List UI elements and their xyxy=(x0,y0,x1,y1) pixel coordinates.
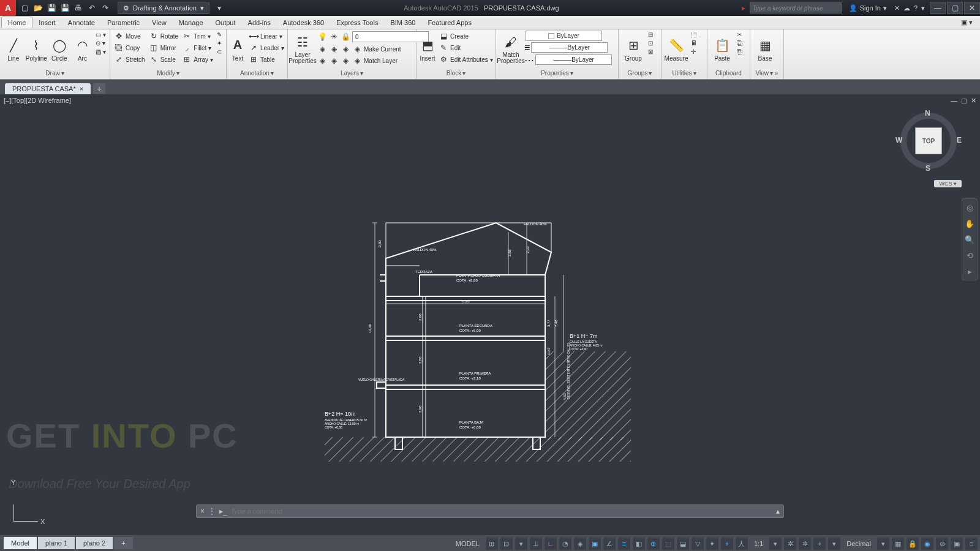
rotate-button[interactable]: ↻Rotate xyxy=(148,31,179,42)
linetype-dropdown[interactable]: ——— ByLayer xyxy=(535,54,612,65)
zoom-icon[interactable]: 🔍 xyxy=(963,233,976,246)
saveas-icon[interactable]: 💾 xyxy=(59,2,71,14)
text-button[interactable]: AText xyxy=(229,31,246,67)
matchprops-button[interactable]: 🖌Match Properties xyxy=(499,31,523,67)
viewport-label[interactable]: [–][Top][2D Wireframe] xyxy=(4,97,71,104)
tab-home[interactable]: Home xyxy=(1,17,32,28)
calc-icon[interactable]: 🖩 xyxy=(690,39,698,47)
table-button[interactable]: ⊞Table xyxy=(247,54,285,65)
hatch-icon[interactable]: ▨ ▾ xyxy=(94,48,107,56)
scale-button[interactable]: 1:1 xyxy=(750,540,767,547)
fillet-button[interactable]: ◞Fillet ▾ xyxy=(181,42,214,53)
tab-annotate[interactable]: Annotate xyxy=(62,17,101,28)
modelspace-button[interactable]: MODEL xyxy=(452,540,483,547)
viewcube[interactable]: TOP N S E W xyxy=(892,104,965,178)
array-button[interactable]: ⊞Array ▾ xyxy=(181,54,214,65)
bulb-icon[interactable]: 💡 xyxy=(317,32,327,42)
cmd-close-icon[interactable]: × xyxy=(200,507,205,515)
groupedit-icon[interactable]: ⊡ xyxy=(647,39,654,47)
workspace-dropdown[interactable]: ⚙ Drafting & Annotation ▾ xyxy=(118,2,209,14)
maximize-button[interactable]: ▢ xyxy=(947,2,963,14)
move-button[interactable]: ✥Move xyxy=(113,31,146,42)
qp-icon[interactable]: ▦ xyxy=(892,538,904,550)
undo-icon[interactable]: ↶ xyxy=(86,2,98,14)
vp-close-icon[interactable]: ✕ xyxy=(971,97,976,105)
pan-icon[interactable]: ✋ xyxy=(963,217,976,230)
gizmo-icon[interactable]: ✦ xyxy=(706,538,718,550)
line-button[interactable]: ╱Line xyxy=(2,31,24,67)
insert-button[interactable]: ⬒Insert xyxy=(419,31,436,67)
copybase-icon[interactable]: ⿻ xyxy=(736,48,744,56)
copy-icon[interactable]: ⿻ xyxy=(736,39,744,47)
command-line[interactable]: × ⋮ ▸_ ▴ xyxy=(196,504,784,518)
erase-icon[interactable]: ✎ xyxy=(216,31,223,39)
makecurrent-button[interactable]: ◈◈◈◈Make Current xyxy=(316,43,430,54)
minimize-button[interactable]: — xyxy=(930,2,946,14)
clean-icon[interactable]: ▣ xyxy=(951,538,963,550)
polar-icon[interactable]: ◔ xyxy=(559,538,571,550)
tab-express[interactable]: Express Tools xyxy=(330,17,384,28)
app-icon[interactable]: A xyxy=(0,0,16,16)
color-dropdown[interactable]: ByLayer xyxy=(526,31,602,41)
copy-button[interactable]: ⿻Copy xyxy=(113,42,146,53)
trim-button[interactable]: ✂Trim ▾ xyxy=(181,31,214,42)
infer-icon[interactable]: ⊥ xyxy=(530,538,542,550)
gear-icon[interactable]: ✲ xyxy=(784,538,796,550)
scale-dd-icon[interactable]: ▾ xyxy=(769,538,782,550)
tab-parametric[interactable]: Parametric xyxy=(101,17,146,28)
ltype-icon[interactable]: ⋯ xyxy=(524,54,534,66)
isolate-icon[interactable]: ⊘ xyxy=(936,538,948,550)
paste-button[interactable]: 📋Paste xyxy=(710,31,734,67)
dyn-ucs-icon[interactable]: ⬓ xyxy=(677,538,689,550)
ribbon-collapse-icon[interactable]: ▣ ▾ xyxy=(955,17,979,28)
annomonitor-icon[interactable]: + xyxy=(721,538,733,550)
save-icon[interactable]: 💾 xyxy=(45,2,58,14)
close-button[interactable]: ✕ xyxy=(964,2,980,14)
tab-output[interactable]: Output xyxy=(209,17,242,28)
cycling-icon[interactable]: ⊕ xyxy=(647,538,660,550)
search-input[interactable]: Type a keyword or phrase xyxy=(750,2,842,13)
polyline-button[interactable]: ⌇Polyline xyxy=(26,31,48,67)
edit-button[interactable]: ✎Edit xyxy=(437,42,494,53)
leader-button[interactable]: ↗Leader ▾ xyxy=(247,42,285,53)
transparency-icon[interactable]: ◧ xyxy=(633,538,645,550)
exchange-icon[interactable]: ✕ xyxy=(894,4,900,12)
search-icon[interactable]: ▸ xyxy=(737,2,750,14)
base-button[interactable]: ▦Base xyxy=(753,31,777,67)
tab-bim360[interactable]: BIM 360 xyxy=(384,17,421,28)
layout-add-button[interactable]: + xyxy=(114,537,132,549)
3dosnap-icon[interactable]: ⬚ xyxy=(662,538,674,550)
arc-button[interactable]: ◠Arc xyxy=(72,31,94,67)
measure-button[interactable]: 📏Measure xyxy=(664,31,688,67)
ws-dd-icon[interactable]: ▾ xyxy=(828,538,840,550)
spline-icon[interactable]: ⊙ ▾ xyxy=(94,39,107,47)
viewcube-e[interactable]: E xyxy=(957,136,962,144)
layout-tab-2[interactable]: plano 2 xyxy=(76,537,113,549)
select-icon[interactable]: ⬚ xyxy=(690,31,698,39)
viewcube-s[interactable]: S xyxy=(925,164,930,173)
cloud-icon[interactable]: ☁ xyxy=(903,4,910,12)
units-dd-icon[interactable]: ▾ xyxy=(877,538,889,550)
open-icon[interactable]: 📂 xyxy=(32,2,44,14)
filter-icon[interactable]: ▽ xyxy=(692,538,704,550)
orbit-icon[interactable]: ⟲ xyxy=(963,249,976,261)
point-icon[interactable]: ✛ xyxy=(690,48,698,56)
close-icon[interactable]: × xyxy=(80,85,83,92)
workspace-icon[interactable]: + xyxy=(813,538,826,550)
snap-icon[interactable]: ⊡ xyxy=(500,538,513,550)
hardware-icon[interactable]: ◉ xyxy=(921,538,933,550)
scale-button[interactable]: ⤡Scale xyxy=(148,54,179,65)
dropdown-icon[interactable]: ▾ xyxy=(515,538,527,550)
tab-insert[interactable]: Insert xyxy=(32,17,62,28)
offset-icon[interactable]: ⊂ xyxy=(216,48,223,56)
circle-button[interactable]: ◯Circle xyxy=(48,31,70,67)
tab-addins[interactable]: Add-ins xyxy=(242,17,277,28)
lweight-icon[interactable]: ≡ xyxy=(618,538,630,550)
steering-icon[interactable]: ◎ xyxy=(963,201,976,214)
annoscale-icon[interactable]: 人 xyxy=(736,538,748,550)
stretch-button[interactable]: ⤢Stretch xyxy=(113,54,146,65)
tab-a360[interactable]: Autodesk 360 xyxy=(277,17,330,28)
rect-icon[interactable]: ▭ ▾ xyxy=(94,31,107,39)
lweight-icon[interactable]: ≡ xyxy=(524,42,530,53)
tab-manage[interactable]: Manage xyxy=(173,17,209,28)
